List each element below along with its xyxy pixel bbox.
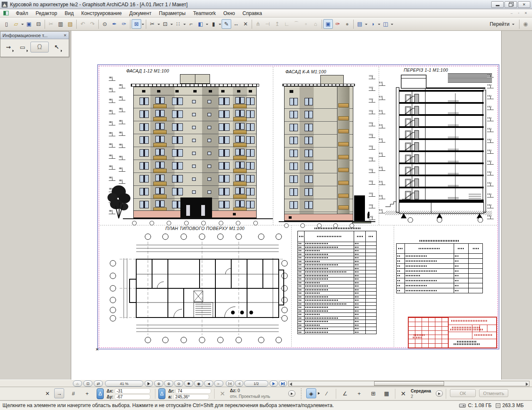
dimension-button[interactable]: ↔	[231, 19, 241, 29]
zoom-in-button[interactable]: ⊕	[164, 380, 173, 387]
view-popup-button[interactable]: ◑	[368, 19, 377, 29]
fit-in-window-button[interactable]: ◉	[194, 380, 203, 387]
marquee-tool-icon[interactable]: ▭	[16, 42, 29, 52]
palette-close-icon[interactable]: ✕	[63, 33, 67, 38]
window-popup-button[interactable]: ◫	[381, 19, 390, 29]
open-button[interactable]: ▱	[11, 19, 21, 29]
ok-button[interactable]: ОК	[450, 389, 476, 397]
menu-file[interactable]: Файл	[12, 10, 32, 17]
grid-coords-button[interactable]: #	[68, 388, 78, 398]
cut-button[interactable]: ✂	[46, 19, 56, 29]
pan-button[interactable]: ✱	[184, 380, 193, 387]
snap-guides-button[interactable]: ▦	[382, 388, 392, 398]
node-snap-button[interactable]: ⊞	[368, 388, 378, 398]
roof-button[interactable]: ⌂	[311, 19, 320, 29]
layers-button[interactable]: ◧	[196, 19, 205, 29]
arrow-marquee-tool-button[interactable]: ⊠	[132, 19, 141, 29]
markup-pen-button[interactable]: ✑	[333, 19, 342, 29]
snap-flyout-button[interactable]	[436, 390, 443, 397]
print-button[interactable]: ⊟	[34, 19, 43, 29]
palette-title-bar[interactable]: Информационное т... ✕	[0, 32, 69, 39]
paste-button[interactable]: ▧	[65, 19, 75, 29]
relative-coords-button[interactable]: +	[354, 388, 364, 398]
group-button[interactable]: ∷	[173, 19, 183, 29]
next-page-button[interactable]	[270, 380, 278, 387]
facade-front-drawing[interactable]: ФАСАД 1-12 М1:100	[106, 68, 281, 225]
render-button[interactable]: ●	[342, 19, 352, 29]
menu-document[interactable]: Документ	[125, 10, 155, 17]
menu-window[interactable]: Окно	[220, 10, 239, 17]
menu-options[interactable]: Параметры	[155, 10, 189, 17]
plan-drawing[interactable]: ПЛАН ТИПОВОГО ПОВЕРХУ М1:100	[107, 226, 290, 348]
layout-popup-button[interactable]: ▤	[355, 19, 365, 29]
menu-view[interactable]: Вид	[61, 10, 77, 17]
reference-flyout-button[interactable]	[288, 390, 295, 397]
angle-snap-button[interactable]: ∠	[340, 388, 350, 398]
select-box-button[interactable]: ⊡	[160, 19, 170, 29]
transform-tool-icon[interactable]: ⇝	[2, 42, 15, 52]
fillet-button[interactable]: ⌒	[292, 19, 301, 29]
zoom-plusminus-button[interactable]: ⊕	[154, 380, 163, 387]
delta-xy-icon[interactable]: Δ	[97, 388, 104, 399]
dx-field[interactable]: -31	[115, 388, 150, 394]
title-block-stamp[interactable]	[408, 317, 497, 348]
zoom-level-combo[interactable]: 41 %	[105, 380, 143, 387]
mdi-restore-button[interactable]: ▫	[516, 11, 522, 16]
dr-field[interactable]: 74	[175, 388, 211, 394]
next-view-button[interactable]: ►	[214, 380, 223, 387]
column-button[interactable]: ▮	[209, 19, 218, 29]
goto-button[interactable]: Перейти	[487, 20, 518, 28]
collapse-tracker-button[interactable]: ✕	[42, 388, 52, 398]
hatch-pen-button[interactable]: ✎	[222, 19, 231, 29]
dy-field[interactable]: -67	[115, 394, 150, 400]
menu-help[interactable]: Справка	[239, 10, 266, 17]
layout-book-icon[interactable]	[3, 11, 9, 15]
corner-button[interactable]: ∟	[282, 19, 292, 29]
pickup-parameters-button[interactable]: ✒	[110, 19, 119, 29]
info-palette[interactable]: Информационное т... ✕ ⇝ ▭ Ω ↖	[0, 31, 69, 57]
previous-page-button[interactable]	[235, 380, 243, 387]
frame-view-button[interactable]: ▣	[323, 19, 333, 29]
trim-button[interactable]: ✂	[147, 19, 157, 29]
line-segment-button[interactable]: ∕	[322, 388, 332, 398]
magnet-toggle-icon[interactable]: Ω	[30, 42, 49, 52]
cancel-button[interactable]: Отменить	[479, 389, 508, 397]
elevate-button[interactable]: ↥	[272, 19, 282, 29]
scrollbar-thumb[interactable]	[374, 381, 444, 386]
quick-options-button[interactable]: ⌂	[73, 380, 82, 387]
copy-button[interactable]: ▥	[56, 19, 65, 29]
minimize-button[interactable]	[491, 1, 504, 8]
mdi-minimize-button[interactable]: –	[509, 11, 515, 16]
close-button[interactable]: ✕	[518, 1, 530, 8]
first-page-button[interactable]	[226, 380, 234, 387]
undo-button[interactable]: ↶	[78, 19, 87, 29]
redo-button[interactable]: ↷	[87, 19, 97, 29]
section-drawing[interactable]: ПЕРЕРІЗ 1-1 М1:100	[380, 68, 500, 225]
restore-button[interactable]	[505, 1, 517, 8]
zoom-out-button[interactable]: ⊖	[174, 380, 183, 387]
layout-sheet[interactable]: ФАСАД 1-12 М1:100	[97, 65, 499, 349]
menu-teamwork[interactable]: Teamwork	[189, 10, 220, 17]
mdi-close-button[interactable]: ✕	[523, 11, 529, 16]
find-select-button[interactable]: ⊙	[100, 19, 110, 29]
split-button[interactable]: ⋔	[253, 19, 263, 29]
plus-tool-button[interactable]: +	[82, 388, 92, 398]
save-button[interactable]: ▣	[24, 19, 34, 29]
horizontal-scrollbar[interactable]	[288, 381, 530, 386]
inject-parameters-button[interactable]: ✑	[119, 19, 129, 29]
facade-side-drawing[interactable]: ФАСАД К-А М1:100	[274, 68, 378, 225]
page-indicator-combo[interactable]: 1/2	[244, 380, 268, 387]
menu-edit[interactable]: Редактор	[32, 10, 61, 17]
menu-design[interactable]: Конструирование	[77, 10, 125, 17]
stretch-button[interactable]: ▫	[301, 19, 311, 29]
previous-view-button[interactable]: ◄	[204, 380, 213, 387]
last-page-button[interactable]	[279, 380, 287, 387]
snap-point-icon[interactable]: ✕	[398, 389, 408, 398]
angle-field[interactable]: 245,36°	[173, 394, 209, 400]
specification-table[interactable]	[297, 231, 377, 334]
teamwork-globe-button[interactable]: ◉	[521, 19, 530, 29]
new-document-button[interactable]: ▯	[2, 19, 11, 29]
cursor-snap-button[interactable]: ◈	[306, 388, 316, 398]
materials-table[interactable]	[396, 243, 483, 293]
preview-button[interactable]: ⊡	[83, 380, 92, 387]
